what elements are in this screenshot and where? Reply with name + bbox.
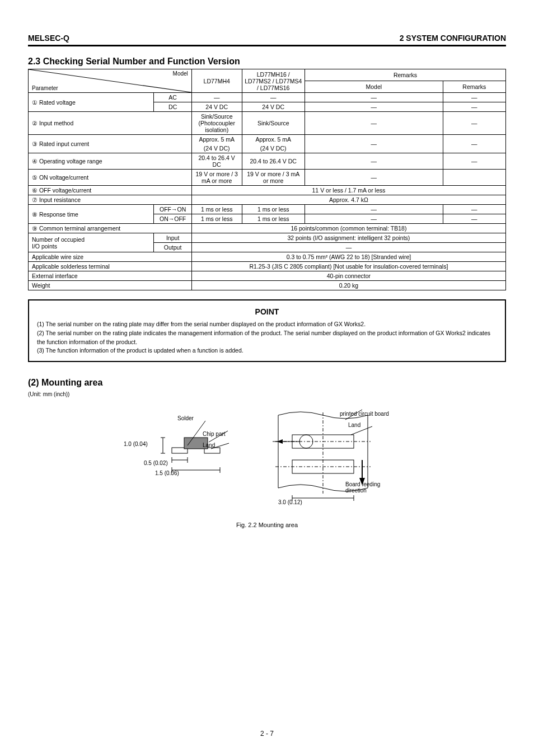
hdr-col-b: LD77MH16 / LD77MS2 / LD77MS4 / LD77MS16 xyxy=(242,69,305,93)
point-line-3: (3) The function information of the prod… xyxy=(37,346,497,355)
label-land2: Land xyxy=(348,422,360,428)
hdr-model: Model xyxy=(173,71,188,77)
spec-table: Model Parameter LD77MH4 LD77MH16 / LD77M… xyxy=(28,69,506,290)
point-title: POINT xyxy=(37,306,497,318)
header-rule xyxy=(28,45,506,46)
section-title: 2.3 Checking Serial Number and Function … xyxy=(28,57,506,67)
header-left: MELSEC-Q xyxy=(28,34,69,43)
hdr-rem-model: Model xyxy=(305,81,443,93)
header-right: 2 SYSTEM CONFIGURATION xyxy=(400,34,506,43)
label-land: Land xyxy=(203,442,215,448)
hdr-parameter: Parameter xyxy=(32,85,58,91)
label-feed: Board feeding direction xyxy=(345,481,385,494)
hdr-remarks: Remarks xyxy=(305,69,505,81)
page-number: 2 - 7 xyxy=(28,730,506,738)
dim-2: 0.5 (0.02) xyxy=(144,460,168,466)
figure-caption: Fig. 2.2 Mounting area xyxy=(28,522,506,528)
dim-3: 1.5 (0.06) xyxy=(155,470,179,476)
hdr-rem-remarks: Remarks xyxy=(443,81,505,93)
label-solder: Solder xyxy=(177,415,194,421)
hdr-col-a: LD77MH4 xyxy=(191,69,242,93)
point-line-1: (1) The serial number on the rating plat… xyxy=(37,320,497,329)
unit-note: (Unit: mm (inch)) xyxy=(28,391,506,397)
point-line-2: (2) The serial number on the rating plat… xyxy=(37,329,497,347)
point-box: POINT (1) The serial number on the ratin… xyxy=(28,299,506,362)
figure-labels: Solder Chip part Land printed circuit bo… xyxy=(127,421,407,510)
dim-1: 1.0 (0.04) xyxy=(124,441,148,447)
dim-4: 3.0 (0.12) xyxy=(278,499,302,505)
label-board: printed circuit board xyxy=(340,411,389,417)
mount-title: (2) Mounting area xyxy=(28,378,506,388)
label-chip: Chip part xyxy=(203,431,226,437)
